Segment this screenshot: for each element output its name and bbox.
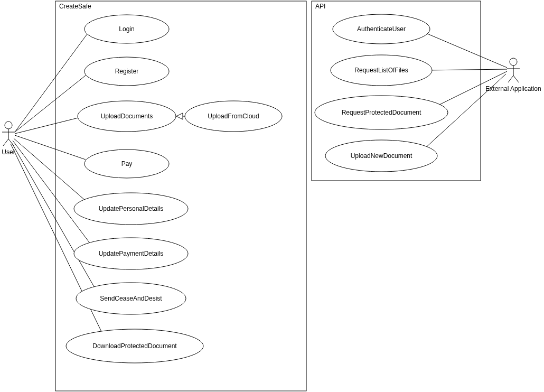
- usecase-requestprotecteddocument: RequestProtectedDocument: [315, 96, 448, 129]
- svg-text:Login: Login: [119, 25, 134, 33]
- assoc-user-uploaddocs: [15, 116, 85, 134]
- usecase-uploaddocuments: UploadDocuments: [78, 101, 176, 132]
- actor-user: User: [2, 122, 15, 156]
- svg-line-3: [3, 139, 8, 146]
- svg-text:SendCeaseAndDesist: SendCeaseAndDesist: [100, 295, 162, 302]
- system-label-api: API: [315, 3, 325, 10]
- usecase-updatepersonaldetails: UpdatePersonalDetails: [74, 193, 188, 225]
- usecase-uploadnewdocument: UploadNewDocument: [325, 140, 437, 172]
- usecase-uploadfromcloud: UploadFromCloud: [185, 101, 282, 132]
- svg-text:AuthenticateUser: AuthenticateUser: [357, 25, 406, 33]
- usecase-register: Register: [85, 57, 169, 86]
- usecase-authenticateuser: AuthenticateUser: [333, 14, 430, 44]
- svg-point-5: [510, 58, 517, 66]
- svg-text:UpdatePersonalDetails: UpdatePersonalDetails: [99, 205, 164, 212]
- assoc-extapp-authuser: [423, 32, 507, 68]
- usecase-downloadprotecteddocument: DownloadProtectedDocument: [66, 329, 203, 363]
- usecase-sendceaseanddesist: SendCeaseAndDesist: [76, 283, 186, 314]
- svg-text:RequestListOfFiles: RequestListOfFiles: [354, 67, 408, 74]
- svg-point-0: [5, 122, 12, 129]
- svg-text:UpdatePaymentDetails: UpdatePaymentDetails: [99, 250, 164, 257]
- svg-text:RequestProtectedDocument: RequestProtectedDocument: [342, 109, 421, 116]
- svg-text:DownloadProtectedDocument: DownloadProtectedDocument: [92, 342, 177, 350]
- svg-text:Pay: Pay: [121, 160, 133, 167]
- usecase-pay: Pay: [85, 150, 169, 178]
- svg-line-8: [508, 76, 513, 82]
- svg-text:UploadNewDocument: UploadNewDocument: [351, 152, 412, 160]
- svg-text:UploadFromCloud: UploadFromCloud: [208, 113, 259, 120]
- assoc-extapp-reqlist: [425, 69, 507, 70]
- actor-external-application: External Application: [485, 58, 541, 92]
- svg-line-9: [513, 76, 519, 82]
- svg-text:UploadDocuments: UploadDocuments: [101, 113, 153, 120]
- assoc-user-pay: [15, 135, 86, 160]
- assoc-user-updatepersonal: [14, 138, 89, 203]
- svg-text:Register: Register: [115, 68, 139, 75]
- usecase-requestlistoffiles: RequestListOfFiles: [331, 55, 432, 86]
- usecase-login: Login: [85, 15, 169, 43]
- system-label-createsafe: CreateSafe: [59, 3, 91, 10]
- actor-extapp-label: External Application: [485, 85, 541, 92]
- gen-arrowhead: [176, 113, 183, 119]
- usecase-updatepaymentdetails: UpdatePaymentDetails: [74, 238, 188, 269]
- use-case-diagram: CreateSafe API User External Application: [0, 0, 544, 392]
